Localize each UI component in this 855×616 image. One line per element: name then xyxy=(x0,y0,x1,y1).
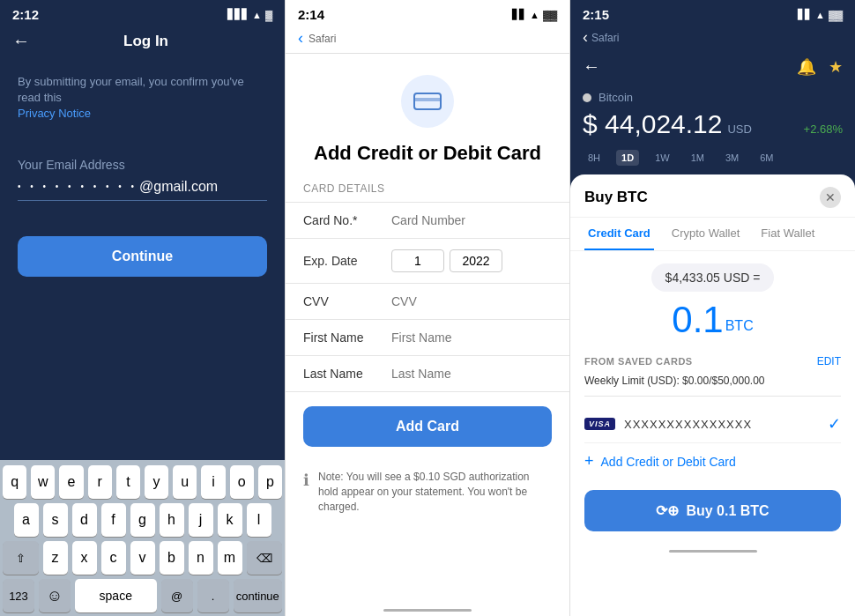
saved-cards-header: FROM SAVED CARDS EDIT xyxy=(584,355,841,367)
key-p[interactable]: p xyxy=(258,465,282,499)
key-shift[interactable]: ⇧ xyxy=(3,541,39,575)
key-h[interactable]: h xyxy=(160,503,184,537)
add-card-link[interactable]: Add Credit or Debit Card xyxy=(601,455,736,469)
key-emoji[interactable]: ☺ xyxy=(39,579,71,612)
note-text: Note: You will see a $0.10 SGD authoriza… xyxy=(318,470,552,514)
card-section-label: CARD DETAILS xyxy=(286,182,569,202)
key-w[interactable]: w xyxy=(31,465,55,499)
safari-bar-2: ‹ Safari xyxy=(286,26,569,54)
email-input-area[interactable]: • • • • • • • • • • @gmail.com xyxy=(18,179,267,201)
card-no-label: Card No.* xyxy=(303,213,391,227)
key-o[interactable]: o xyxy=(230,465,254,499)
key-k[interactable]: k xyxy=(218,503,242,537)
key-f[interactable]: f xyxy=(101,503,126,537)
first-name-input[interactable] xyxy=(391,330,552,345)
tf-1w[interactable]: 1W xyxy=(650,150,675,166)
key-delete[interactable]: ⌫ xyxy=(247,541,283,575)
tab-credit-card[interactable]: Credit Card xyxy=(584,218,654,250)
wifi-icon-3: ▲ xyxy=(815,10,825,20)
status-icons-3: ▋▋ ▲ ▓▓ xyxy=(798,9,843,20)
nav-bar-1: ← Log In xyxy=(0,26,285,56)
last-name-row: Last Name xyxy=(286,356,569,392)
tf-1m[interactable]: 1M xyxy=(686,150,710,166)
key-y[interactable]: y xyxy=(145,465,168,499)
tf-3m[interactable]: 3M xyxy=(720,150,744,166)
home-bar-3 xyxy=(669,550,757,553)
key-e[interactable]: e xyxy=(59,465,83,499)
note-area: ℹ Note: You will see a $0.10 SGD authori… xyxy=(286,461,569,528)
coin-label: Bitcoin xyxy=(598,91,633,104)
buy-btn-label: Buy 0.1 BTC xyxy=(686,503,769,519)
key-x[interactable]: x xyxy=(72,541,97,575)
close-button[interactable]: ✕ xyxy=(820,187,841,208)
saved-card-item[interactable]: VISA XXXXXXXXXXXXXXX ✓ xyxy=(584,405,841,443)
key-d[interactable]: d xyxy=(72,503,97,537)
bell-icon[interactable]: 🔔 xyxy=(797,57,816,77)
bitcoin-label-row: Bitcoin xyxy=(583,91,843,104)
keyboard-row-4: 123 ☺ space @ . continue xyxy=(3,579,282,612)
key-g[interactable]: g xyxy=(130,503,155,537)
signal-icon: ▋▋▋ xyxy=(227,9,249,20)
key-l[interactable]: l xyxy=(247,503,271,537)
back-arrow-3[interactable]: ← xyxy=(583,56,600,77)
battery-icon: ▓ xyxy=(265,10,272,20)
key-z[interactable]: z xyxy=(43,541,68,575)
tf-6m[interactable]: 6M xyxy=(755,150,778,166)
cvv-label: CVV xyxy=(303,294,391,308)
time-2: 2:14 xyxy=(298,7,324,22)
card-icon-area xyxy=(286,54,569,142)
key-i[interactable]: i xyxy=(201,465,225,499)
divider xyxy=(584,396,841,397)
buy-panel-title: Buy BTC xyxy=(584,189,648,206)
key-t[interactable]: t xyxy=(116,465,140,499)
privacy-link[interactable]: Privacy Notice xyxy=(18,107,91,120)
tab-crypto-wallet[interactable]: Crypto Wallet xyxy=(668,218,744,250)
safari-back-3[interactable]: ‹ xyxy=(583,28,588,47)
first-name-row: First Name xyxy=(286,320,569,356)
buy-btc-button[interactable]: ⟳⊕ Buy 0.1 BTC xyxy=(584,490,841,531)
status-bar-3: 2:15 ▋▋ ▲ ▓▓ xyxy=(570,0,855,26)
key-b[interactable]: b xyxy=(160,541,184,575)
key-a[interactable]: a xyxy=(14,503,39,537)
key-at[interactable]: @ xyxy=(161,579,193,612)
back-arrow-icon[interactable]: ← xyxy=(12,31,30,51)
safari-label-2: Safari xyxy=(309,33,336,45)
tab-fiat-wallet[interactable]: Fiat Wallet xyxy=(757,218,818,250)
btc-price: $ 44,024.12 xyxy=(583,109,722,139)
payment-tabs: Credit Card Crypto Wallet Fiat Wallet xyxy=(570,218,855,251)
key-j[interactable]: j xyxy=(189,503,213,537)
key-u[interactable]: u xyxy=(173,465,197,499)
key-numbers[interactable]: 123 xyxy=(3,579,34,612)
key-c[interactable]: c xyxy=(101,541,126,575)
tf-8h[interactable]: 8H xyxy=(583,150,606,166)
continue-button[interactable]: Continue xyxy=(18,236,267,277)
email-suffix: @gmail.com xyxy=(139,179,218,195)
saved-cards-section: FROM SAVED CARDS EDIT Weekly Limit (USD)… xyxy=(570,350,855,483)
signal-icon-3: ▋▋ xyxy=(798,9,812,20)
add-card-row[interactable]: + Add Credit or Debit Card xyxy=(584,443,841,479)
cvv-input[interactable] xyxy=(391,294,552,308)
last-name-input[interactable] xyxy=(391,367,552,381)
exp-month-input[interactable] xyxy=(391,249,444,272)
add-card-button[interactable]: Add Card xyxy=(303,406,552,447)
key-m[interactable]: m xyxy=(218,541,242,575)
edit-button[interactable]: EDIT xyxy=(817,355,841,367)
keyboard-row-3: ⇧ z x c v b n m ⌫ xyxy=(3,541,282,575)
tf-1d[interactable]: 1D xyxy=(616,150,639,166)
key-continue[interactable]: continue xyxy=(234,579,283,612)
wifi-icon-2: ▲ xyxy=(530,10,539,20)
email-dots: • • • • • • • • • • xyxy=(18,182,138,191)
key-space[interactable]: space xyxy=(75,579,157,612)
saved-cards-label: FROM SAVED CARDS xyxy=(584,356,693,367)
star-icon[interactable]: ★ xyxy=(829,57,843,77)
key-s[interactable]: s xyxy=(43,503,68,537)
bitcoin-section: Bitcoin $ 44,024.12 USD +2.68% xyxy=(570,82,855,145)
exp-year-input[interactable] xyxy=(450,249,502,272)
key-period[interactable]: . xyxy=(197,579,229,612)
key-v[interactable]: v xyxy=(130,541,155,575)
card-number-input[interactable] xyxy=(391,213,552,227)
key-r[interactable]: r xyxy=(88,465,112,499)
safari-back-arrow[interactable]: ‹ xyxy=(298,29,303,48)
key-n[interactable]: n xyxy=(189,541,213,575)
key-q[interactable]: q xyxy=(3,465,26,499)
